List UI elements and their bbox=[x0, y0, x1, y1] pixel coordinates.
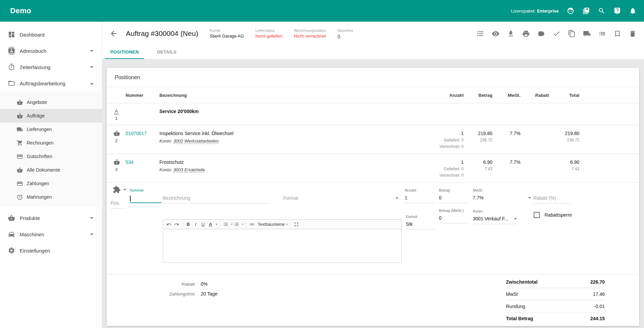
sidebar-item-angebote[interactable]: Angebote bbox=[0, 95, 102, 109]
copy-icon[interactable] bbox=[568, 30, 576, 38]
rabatt-value bbox=[520, 154, 549, 164]
notifications-icon[interactable] bbox=[629, 7, 637, 15]
article-number-link[interactable]: 534 bbox=[126, 159, 133, 165]
betrag-alt-value: 7.43 bbox=[464, 167, 492, 171]
download-icon[interactable] bbox=[507, 30, 515, 38]
table-row[interactable]: A 1 Service 20'000km bbox=[107, 103, 639, 125]
total-value: 219.80 bbox=[549, 131, 579, 136]
article-number-link[interactable]: 01070017 bbox=[126, 131, 147, 136]
fullscreen-icon[interactable] bbox=[292, 221, 300, 228]
underline-button[interactable]: U bbox=[199, 221, 207, 228]
print-icon[interactable] bbox=[522, 30, 530, 38]
zahlungsfrist-value[interactable]: 20 Tage bbox=[201, 291, 218, 297]
text-cursor bbox=[130, 196, 131, 201]
anzahl-value: 1 bbox=[431, 159, 464, 165]
konto-line: Konto: 3002 Werkstattarbeiten bbox=[159, 138, 431, 144]
bezeichnung-input[interactable] bbox=[163, 195, 270, 203]
position-title: Service 20'000km bbox=[159, 103, 431, 119]
bookmark-icon[interactable] bbox=[614, 30, 621, 38]
sidebar-item-adressbuch[interactable]: Adressbuch bbox=[0, 43, 102, 59]
sidebar-item-dashboard[interactable]: Dashboard bbox=[0, 26, 102, 43]
chevron-down-icon bbox=[528, 197, 531, 199]
truck-icon[interactable] bbox=[583, 30, 591, 38]
table-header: Nummer Bezeichnung Anzahl Betrag MwSt. R… bbox=[107, 87, 639, 103]
sidebar-item-produkte[interactable]: Produkte bbox=[0, 210, 102, 226]
editor-textarea[interactable] bbox=[163, 229, 401, 262]
betrag-value: 6.90 bbox=[464, 159, 492, 165]
italic-button[interactable]: I bbox=[192, 221, 199, 228]
redo-icon[interactable] bbox=[173, 221, 180, 228]
total-betrag-value: 244.15 bbox=[590, 316, 605, 321]
pos-input[interactable] bbox=[111, 200, 126, 209]
tab-positionen[interactable]: POSITIONEN bbox=[105, 45, 144, 59]
face-icon[interactable] bbox=[567, 7, 574, 15]
rabatt-input[interactable] bbox=[533, 195, 571, 203]
back-button[interactable] bbox=[110, 29, 118, 38]
bulleted-list-icon[interactable] bbox=[222, 221, 229, 228]
sidebar-item-maschinen[interactable]: Maschinen bbox=[0, 226, 102, 242]
betrag-mwst-input[interactable] bbox=[439, 215, 469, 223]
sidebar-item-auftragsbearbeitung[interactable]: Auftragsbearbeitung bbox=[0, 75, 102, 91]
sidebar-item-label: Rechnungen bbox=[27, 140, 53, 146]
library-icon[interactable] bbox=[582, 7, 590, 15]
link-icon[interactable] bbox=[248, 221, 256, 228]
konto-link[interactable]: 3002 Werkstattarbeiten bbox=[173, 138, 219, 144]
bold-button[interactable]: B bbox=[184, 221, 192, 228]
rabatt-total-value[interactable]: 0% bbox=[201, 281, 218, 287]
trash-icon[interactable] bbox=[629, 30, 637, 38]
table-row[interactable]: 2 01070017 Inspektions Service inkl. Ölw… bbox=[107, 125, 639, 154]
betrag-input[interactable] bbox=[439, 194, 469, 203]
chevron-down-icon[interactable] bbox=[286, 224, 288, 225]
nummer-label: Nummer bbox=[130, 188, 161, 192]
nummer-input[interactable] bbox=[130, 194, 161, 203]
col-nummer: Nummer bbox=[126, 87, 159, 103]
status-badge: Nicht verrechnet bbox=[294, 34, 326, 39]
list-icon[interactable] bbox=[598, 30, 606, 38]
einheit-input[interactable] bbox=[406, 221, 436, 229]
chevron-down-icon[interactable] bbox=[242, 224, 244, 225]
rabattsperre-checkbox[interactable] bbox=[534, 212, 540, 218]
tag-icon[interactable] bbox=[537, 30, 545, 38]
numbered-list-icon[interactable] bbox=[233, 221, 240, 228]
textbausteine-button[interactable]: Textbausteine bbox=[258, 222, 285, 227]
format-select[interactable]: Format bbox=[283, 195, 398, 203]
konto-select[interactable]: 3001 Verkauf F... bbox=[473, 215, 517, 224]
check-icon[interactable] bbox=[553, 30, 560, 38]
col-anzahl: Anzahl bbox=[431, 87, 464, 103]
sidebar-item-zahlungen[interactable]: Zahlungen bbox=[0, 177, 102, 190]
sidebar-item-einstellungen[interactable]: Einstellungen bbox=[0, 242, 102, 259]
format-field-wrap: Format bbox=[283, 195, 398, 203]
search-icon[interactable] bbox=[598, 7, 605, 15]
chevron-up-icon bbox=[90, 83, 93, 84]
help-icon[interactable] bbox=[614, 7, 621, 15]
mwst-select[interactable]: 7.7% bbox=[473, 194, 531, 203]
zahlungsfrist-label: Zahlungsfrist bbox=[166, 291, 195, 297]
list-view-icon[interactable] bbox=[476, 30, 484, 38]
positions-card: Positionen Nummer Bezeichnung Anzahl Bet… bbox=[107, 68, 639, 326]
chevron-down-icon[interactable] bbox=[216, 224, 218, 225]
sidebar-item-zeiterfassung[interactable]: Zeiterfassung bbox=[0, 59, 102, 75]
tab-details[interactable]: DETAILS bbox=[152, 45, 182, 59]
betrag-value: 219.80 bbox=[464, 131, 492, 136]
geliefert-value: Geliefert: 0 bbox=[431, 167, 464, 171]
topbar-actions: Lizenzpaket:Enterprise bbox=[511, 7, 637, 15]
eye-icon[interactable] bbox=[492, 30, 499, 38]
sidebar-item-auftraege[interactable]: Aufträge bbox=[0, 109, 102, 123]
anzahl-input[interactable] bbox=[405, 194, 435, 203]
sidebar-item-mahnungen[interactable]: Mahnungen bbox=[0, 190, 102, 204]
undo-icon[interactable] bbox=[165, 221, 173, 228]
chevron-down-icon bbox=[90, 217, 93, 219]
table-row[interactable]: 3 534 Frostschutz Konto: 3003 Ersatzteil… bbox=[107, 154, 639, 183]
sidebar-item-lieferungen[interactable]: Lieferungen bbox=[0, 123, 102, 136]
konto-link[interactable]: 3003 Ersatzteile bbox=[173, 167, 205, 173]
rabattsperre-toggle[interactable]: Rabattsperre bbox=[534, 212, 572, 218]
basket-icon bbox=[113, 130, 120, 137]
sidebar-item-gutschriften[interactable]: Gutschriften bbox=[0, 150, 102, 163]
rabatt-field-wrap bbox=[533, 195, 571, 203]
col-bezeichnung: Bezeichnung bbox=[159, 87, 431, 103]
font-color-button[interactable]: A bbox=[207, 221, 214, 228]
sidebar-item-rechnungen[interactable]: Rechnungen bbox=[0, 136, 102, 150]
sidebar-item-alle-dokumente[interactable]: Alle Dokumente bbox=[0, 163, 102, 177]
position-type-selector[interactable] bbox=[113, 185, 126, 194]
document-meta: Kunde Stierli Garage AG Lieferstatus Nic… bbox=[210, 28, 353, 39]
